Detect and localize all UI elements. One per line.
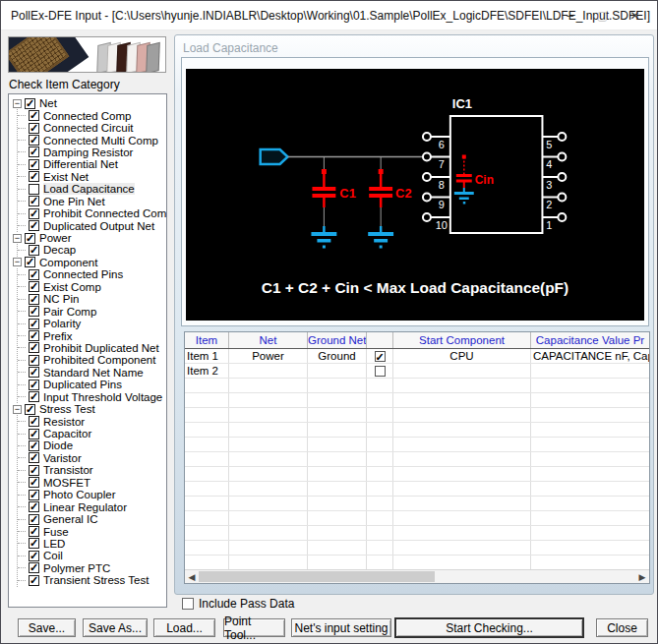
tree-checkbox[interactable] [29, 330, 39, 341]
tree-checkbox[interactable] [29, 465, 39, 476]
start-checking-button[interactable]: Start Checking... [395, 618, 583, 637]
load-button[interactable]: Load... [153, 618, 215, 637]
tree-item-duplicated-pins[interactable]: Duplicated Pins [18, 379, 166, 390]
tree-checkbox[interactable] [29, 526, 39, 537]
tree-checkbox[interactable] [29, 514, 39, 525]
tree-checkbox[interactable] [29, 110, 39, 121]
tree-checkbox[interactable] [29, 490, 39, 500]
check-item-tree[interactable]: −NetConnected CompConnected CircuitConne… [8, 93, 167, 608]
row-checkbox[interactable] [375, 366, 386, 377]
tree-item-diode[interactable]: Diode [18, 439, 166, 451]
collapse-icon[interactable]: − [13, 405, 22, 414]
tree-item-power[interactable]: −Power [9, 232, 166, 244]
tree-item-capacitor[interactable]: Capacitor [18, 428, 166, 439]
tree-item-connected-multi-comp[interactable]: Connected Multi Comp [18, 134, 166, 146]
tree-item-pair-comp[interactable]: Pair Comp [18, 305, 166, 317]
tree-item-led[interactable]: LED [18, 538, 166, 550]
tree-checkbox[interactable] [29, 562, 39, 573]
tree-item-general-ic[interactable]: General IC [18, 513, 166, 525]
tree-checkbox[interactable] [29, 355, 39, 366]
include-pass-checkbox[interactable] [182, 598, 194, 610]
tree-item-prefix[interactable]: Prefix [18, 329, 166, 341]
row-checkbox[interactable] [375, 351, 386, 362]
save-as-button[interactable]: Save As... [83, 618, 148, 637]
tree-item-fuse[interactable]: Fuse [18, 525, 166, 537]
tree-checkbox[interactable] [29, 501, 39, 512]
tree-checkbox[interactable] [29, 452, 39, 463]
tree-item-exist-comp[interactable]: Exist Comp [18, 281, 166, 293]
table-row[interactable]: Item 1PowerGroundCPUCAPACITANCE nF, Capa [185, 349, 649, 364]
tree-checkbox[interactable] [29, 159, 39, 170]
tree-item-decap[interactable]: Decap [18, 244, 166, 256]
tree-item-prohibit-connected-comp[interactable]: Prohibit Connected Comp [18, 207, 166, 219]
tree-checkbox[interactable] [25, 404, 35, 415]
tree-checkbox[interactable] [29, 184, 39, 195]
tree-checkbox[interactable] [29, 429, 39, 439]
tree-item-component[interactable]: −Component [9, 257, 166, 268]
tree-item-connected-comp[interactable]: Connected Comp [18, 109, 166, 121]
tree-item-transient-stress-test[interactable]: Transient Stress Test [18, 574, 166, 586]
tree-item-input-threshold-voltage[interactable]: Input Threshold Voltage [18, 391, 166, 403]
tree-checkbox[interactable] [29, 123, 39, 134]
horizontal-scrollbar[interactable]: ◀ ▶ [185, 569, 649, 583]
tree-item-coil[interactable]: Coil [18, 550, 166, 561]
tree-checkbox[interactable] [29, 551, 39, 561]
tree-item-polarity[interactable]: Polarity [18, 318, 166, 329]
tree-checkbox[interactable] [29, 391, 39, 402]
tree-item-connected-circuit[interactable]: Connected Circuit [18, 122, 166, 134]
tree-item-nc-pin[interactable]: NC Pin [18, 293, 166, 305]
tree-item-duplicated-output-net[interactable]: Duplicated Output Net [18, 219, 166, 231]
minimize-icon[interactable]: – [554, 1, 586, 30]
tree-checkbox[interactable] [29, 440, 39, 451]
tree-item-prohibit-duplicated-net[interactable]: Prohibit Duplicated Net [18, 342, 166, 354]
tree-item-stress-test[interactable]: −Stress Test [9, 403, 166, 415]
tree-checkbox[interactable] [25, 98, 35, 109]
tree-item-one-pin-net[interactable]: One Pin Net [18, 196, 166, 207]
tree-checkbox[interactable] [29, 281, 39, 292]
tree-checkbox[interactable] [25, 233, 35, 244]
table-row[interactable]: Item 2 [185, 364, 649, 379]
tree-checkbox[interactable] [29, 367, 39, 378]
tree-item-resistor[interactable]: Resistor [18, 415, 166, 427]
tree-item-standard-net-name[interactable]: Standard Net Name [18, 367, 166, 379]
collapse-icon[interactable]: − [13, 99, 22, 108]
tree-checkbox[interactable] [29, 196, 39, 206]
tree-item-net[interactable]: −Net [9, 97, 166, 109]
close-icon[interactable]: ✕ [619, 1, 651, 30]
tree-checkbox[interactable] [29, 342, 39, 353]
tree-item-photo-coupler[interactable]: Photo Coupler [18, 489, 166, 500]
close-button[interactable]: Close [596, 618, 648, 637]
tree-checkbox[interactable] [29, 477, 39, 488]
tree-item-mosfet[interactable]: MOSFET [18, 477, 166, 489]
tree-checkbox[interactable] [29, 416, 39, 427]
tree-item-differential-net[interactable]: Differential Net [18, 158, 166, 170]
tree-checkbox[interactable] [29, 220, 39, 231]
tree-checkbox[interactable] [29, 538, 39, 549]
scrollbar-thumb[interactable] [199, 571, 435, 582]
tree-item-transistor[interactable]: Transistor [18, 464, 166, 476]
point-tool-button[interactable]: Point Tool... [223, 618, 285, 637]
tree-item-damping-resistor[interactable]: Damping Resistor [18, 146, 166, 158]
include-pass-data[interactable]: Include Pass Data [182, 597, 294, 611]
tree-checkbox[interactable] [29, 146, 39, 157]
tree-checkbox[interactable] [25, 257, 35, 267]
scroll-left-icon[interactable]: ◀ [185, 570, 199, 583]
tree-item-load-capacitance[interactable]: Load Capacitance [18, 183, 166, 195]
tree-checkbox[interactable] [29, 575, 39, 586]
tree-checkbox[interactable] [29, 171, 39, 182]
tree-checkbox[interactable] [29, 135, 39, 146]
tree-checkbox[interactable] [29, 380, 39, 390]
tree-checkbox[interactable] [29, 245, 39, 256]
tree-item-exist-net[interactable]: Exist Net [18, 171, 166, 183]
items-table[interactable]: ItemNetGround NetStart ComponentCapacita… [184, 331, 650, 584]
scroll-right-icon[interactable]: ▶ [635, 570, 649, 583]
tree-item-varistor[interactable]: Varistor [18, 452, 166, 464]
collapse-icon[interactable]: − [13, 258, 22, 266]
collapse-icon[interactable]: − [13, 234, 22, 243]
save-button[interactable]: Save... [18, 618, 76, 637]
nets-input-setting-button[interactable]: Net's input setting [291, 618, 391, 637]
tree-checkbox[interactable] [29, 319, 39, 329]
tree-item-linear-regulator[interactable]: Linear Regulator [18, 500, 166, 512]
tree-checkbox[interactable] [29, 269, 39, 280]
tree-item-connected-pins[interactable]: Connected Pins [18, 268, 166, 280]
